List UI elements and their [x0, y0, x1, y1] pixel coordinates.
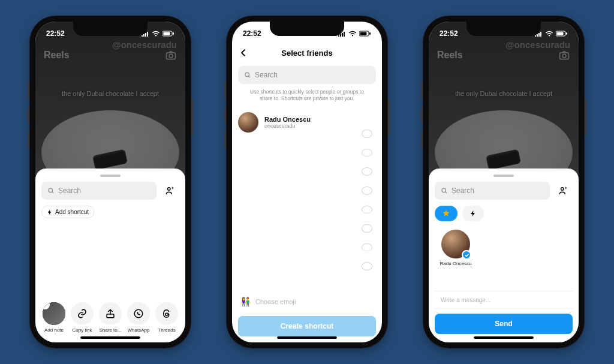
contact-name: Radu Oncescu	[440, 261, 472, 266]
send-search-placeholder: Search	[452, 186, 474, 195]
svg-rect-15	[566, 32, 567, 35]
home-indicator[interactable]	[277, 336, 337, 339]
avatar	[238, 112, 258, 133]
shortcut-filter-row	[435, 206, 573, 221]
share-icon	[105, 308, 116, 319]
share-actions-row: Add note Copy link Share to... WhatsApp …	[41, 300, 179, 334]
share-search-input[interactable]: Search	[41, 182, 156, 200]
create-shortcut-label: Create shortcut	[281, 322, 334, 330]
radio-column	[362, 130, 372, 270]
friend-username: oncescuradu	[264, 123, 311, 129]
contact-item[interactable]: Radu Oncescu	[435, 230, 477, 266]
star-icon	[442, 209, 450, 218]
emoji-preview-icon: 👫	[240, 297, 251, 306]
threads-label: Threads	[158, 327, 175, 333]
contacts-row: Radu Oncescu	[435, 230, 573, 266]
choose-emoji-input[interactable]: 👫 Choose emoji	[238, 292, 376, 311]
copy-link-action[interactable]: Copy link	[71, 302, 94, 333]
friend-radio[interactable]	[362, 206, 372, 214]
status-time: 22:52	[243, 29, 261, 38]
send-button[interactable]: Send	[435, 314, 573, 334]
phone-2: 22:52 Select friends Search Use shortcut…	[226, 16, 388, 348]
whatsapp-action[interactable]: WhatsApp	[127, 302, 150, 333]
svg-point-19	[561, 188, 564, 191]
svg-rect-11	[369, 32, 371, 35]
choose-emoji-label: Choose emoji	[255, 298, 296, 305]
selected-check-icon	[462, 250, 471, 260]
friend-radio[interactable]	[362, 130, 372, 138]
friend-radio[interactable]	[362, 262, 372, 270]
shortcut-help-text: Use shortcuts to quickly select people o…	[248, 89, 366, 103]
battery-icon	[556, 31, 568, 37]
phone-1-screen: 22:52 Reels the only Dubai chocolate I a…	[35, 22, 185, 342]
phone-2-screen: 22:52 Select friends Search Use shortcut…	[232, 22, 382, 342]
ai-suggest-button[interactable]	[555, 182, 573, 200]
sheet-grab-handle[interactable]	[100, 175, 121, 177]
add-note-action[interactable]: Add note	[43, 302, 65, 333]
friend-radio[interactable]	[362, 149, 372, 157]
svg-point-18	[442, 188, 446, 192]
chevron-left-icon	[238, 47, 249, 58]
svg-rect-10	[360, 32, 367, 35]
sheet-grab-handle[interactable]	[493, 175, 514, 177]
friends-search-input[interactable]: Search	[238, 66, 376, 84]
wifi-icon	[545, 31, 553, 37]
search-placeholder: Search	[58, 186, 81, 195]
add-shortcut-chip[interactable]: Add shortcut	[41, 206, 94, 218]
friend-radio[interactable]	[362, 243, 372, 252]
create-shortcut-button[interactable]: Create shortcut	[238, 316, 376, 336]
status-time: 22:52	[440, 29, 458, 38]
add-note-label: Add note	[44, 327, 64, 333]
back-button[interactable]	[238, 42, 249, 64]
friend-radio[interactable]	[362, 186, 372, 195]
bolt-icon	[469, 210, 477, 217]
svg-rect-2	[173, 32, 174, 35]
search-icon	[47, 187, 55, 194]
bolt-shortcut-pill[interactable]	[462, 206, 484, 221]
avatar	[441, 230, 470, 258]
status-time: 22:52	[46, 29, 65, 38]
sparkle-person-icon	[165, 185, 176, 196]
battery-icon	[359, 31, 371, 37]
friend-row[interactable]: Radu Oncescu oncescuradu	[238, 109, 376, 136]
whatsapp-icon	[133, 308, 144, 319]
ai-suggest-button[interactable]	[161, 182, 179, 200]
share-to-label: Share to...	[100, 327, 122, 333]
sparkle-person-icon	[558, 185, 569, 196]
send-sheet: Search	[429, 169, 579, 342]
search-icon	[244, 71, 251, 79]
svg-point-5	[49, 188, 53, 192]
create-shortcut-footer: 👫 Choose emoji Create shortcut	[232, 292, 382, 336]
home-indicator[interactable]	[474, 336, 534, 339]
svg-point-6	[168, 188, 171, 191]
share-to-action[interactable]: Share to...	[99, 302, 122, 333]
send-search-input[interactable]: Search	[435, 182, 550, 200]
home-indicator[interactable]	[80, 336, 140, 339]
whatsapp-label: WhatsApp	[128, 327, 150, 333]
threads-action[interactable]: Threads	[155, 302, 178, 333]
notch	[270, 22, 344, 36]
send-label: Send	[495, 320, 512, 328]
link-icon	[77, 308, 88, 319]
wifi-icon	[152, 31, 160, 37]
wifi-icon	[348, 31, 357, 37]
threads-icon	[161, 308, 172, 319]
bolt-icon	[47, 209, 53, 215]
phone-3: 22:52 Reels the only Dubai chocolate I a…	[423, 16, 585, 348]
star-shortcut-pill[interactable]	[435, 206, 458, 221]
select-friends-title: Select friends	[281, 49, 332, 58]
svg-point-12	[245, 73, 249, 77]
friend-radio[interactable]	[362, 224, 372, 233]
friend-radio[interactable]	[362, 167, 372, 176]
friend-name: Radu Oncescu	[264, 116, 311, 123]
battery-icon	[162, 31, 174, 37]
message-placeholder: Write a message...	[441, 297, 490, 303]
search-icon	[441, 187, 448, 194]
add-shortcut-label: Add shortcut	[55, 209, 89, 215]
phone-3-screen: 22:52 Reels the only Dubai chocolate I a…	[429, 22, 579, 342]
friends-search-placeholder: Search	[255, 71, 278, 79]
notch	[73, 22, 148, 36]
share-sheet: Search Add shortcut Add note Copy link	[35, 169, 185, 342]
message-input[interactable]: Write a message...	[435, 291, 573, 309]
svg-rect-1	[164, 32, 170, 35]
